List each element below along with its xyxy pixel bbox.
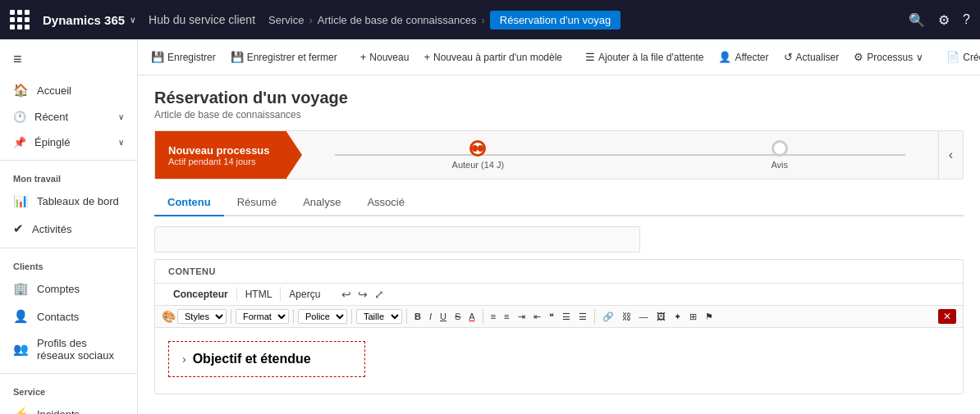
command-bar: 💾 Enregistrer 💾 Enregistrer et fermer + … (138, 39, 980, 75)
active-stage-name: Nouveau processus (168, 144, 273, 157)
police-select[interactable]: Police (298, 309, 347, 324)
italic-button[interactable]: I (426, 310, 435, 323)
save-close-label: Enregistrer et fermer (247, 52, 337, 63)
sidebar-item-incidents[interactable]: ⚡ Incidents (0, 400, 137, 414)
list-bullet-button[interactable]: ☰ (559, 310, 574, 324)
pin-icon: 📌 (13, 136, 26, 148)
epingle-chevron: ∨ (118, 138, 124, 147)
bold-button[interactable]: B (411, 310, 424, 323)
breadcrumb-active[interactable]: Réservation d'un voyag (490, 11, 621, 30)
sidebar-item-contacts[interactable]: 👤 Contacts (0, 303, 137, 330)
search-icon[interactable]: 🔍 (909, 12, 925, 28)
strikethrough-button[interactable]: S (451, 310, 464, 323)
insert-special-button[interactable]: ✦ (671, 310, 685, 324)
expand-button[interactable]: ⤢ (374, 288, 384, 301)
tab-analyse[interactable]: Analyse (290, 189, 354, 216)
editor-tab-html[interactable]: HTML (237, 287, 282, 302)
format-select[interactable]: Format (236, 309, 289, 324)
process-button[interactable]: ⚙ Processus ∨ (847, 48, 930, 66)
sidebar-item-profils[interactable]: 👥 Profils des réseaux sociaux (0, 330, 137, 368)
help-icon[interactable]: ? (963, 12, 970, 28)
breadcrumb-sep-1: › (309, 14, 312, 26)
sidebar-item-recent[interactable]: 🕐 Récent ∨ (0, 104, 137, 130)
taille-select[interactable]: Taille (356, 309, 402, 324)
sidebar-item-tableaux[interactable]: 📊 Tableaux de bord (0, 187, 137, 215)
content-block-text: Objectif et étendue (193, 352, 311, 366)
breadcrumb-service[interactable]: Service (268, 14, 304, 26)
app-name: Hub du service client (149, 13, 255, 26)
tab-associe[interactable]: Associé (354, 189, 418, 216)
sidebar-item-accueil[interactable]: 🏠 Accueil (0, 76, 137, 104)
waffle-menu[interactable] (10, 10, 30, 30)
process-active-stage[interactable]: Nouveau processus Actif pendant 14 jours (155, 131, 286, 179)
insert-table-button[interactable]: — (636, 310, 652, 323)
save-button[interactable]: 💾 Enregistrer (144, 48, 222, 66)
brand-logo[interactable]: Dynamics 365 ∨ (43, 13, 135, 27)
process-timeline: Auteur (14 J) Avis (302, 140, 938, 170)
font-color-button[interactable]: A (465, 310, 478, 323)
new-button[interactable]: + Nouveau (354, 48, 416, 66)
form-area: Réservation d'un voyage Article de base … (138, 75, 980, 414)
redo-button[interactable]: ↪ (358, 288, 368, 301)
add-queue-button[interactable]: ☰ Ajouter à la file d'attente (579, 48, 710, 66)
sidebar-label-comptes: Comptes (37, 283, 80, 295)
save-icon: 💾 (151, 51, 164, 63)
et-sep-4 (406, 309, 407, 324)
outdent-button[interactable]: ⇤ (530, 310, 544, 324)
indent-button[interactable]: ⇥ (515, 310, 529, 324)
styles-select[interactable]: Styles (177, 309, 227, 324)
et-sep-6 (594, 309, 595, 324)
editor-tabs: Concepteur HTML Aperçu (165, 287, 328, 302)
auteur-circle (469, 140, 486, 157)
sidebar-item-activites[interactable]: ✔ Activités (0, 215, 137, 243)
main-layout: ≡ 🏠 Accueil 🕐 Récent ∨ 📌 Épinglé ∨ Mon t… (0, 39, 980, 414)
link-button[interactable]: 🔗 (599, 310, 617, 324)
tab-resume[interactable]: Résumé (224, 189, 290, 216)
editor-content[interactable]: › Objectif et étendue (155, 328, 963, 394)
sidebar-item-comptes[interactable]: 🏢 Comptes (0, 275, 137, 303)
settings-icon[interactable]: ⚙ (938, 12, 950, 28)
sidebar-section-clients: Clients (0, 253, 137, 275)
underline-button[interactable]: U (437, 310, 450, 323)
new-template-button[interactable]: + Nouveau à partir d'un modèle (417, 48, 569, 66)
align-left-button[interactable]: ≡ (488, 310, 499, 323)
refresh-icon: ↺ (784, 51, 793, 63)
sidebar-hamburger[interactable]: ≡ (0, 46, 137, 76)
code-button[interactable]: ⊞ (686, 310, 700, 324)
et-sep-3 (351, 309, 352, 324)
breadcrumb: Service › Article de base de connaissanc… (268, 11, 621, 30)
unlink-button[interactable]: ⛓ (619, 310, 634, 323)
process-collapse-button[interactable]: ‹ (938, 131, 963, 179)
breadcrumb-kb[interactable]: Article de base de connaissances (318, 14, 477, 26)
tab-contenu[interactable]: Contenu (154, 189, 224, 216)
align-center-button[interactable]: ≡ (501, 310, 512, 323)
brand-name: Dynamics 365 (43, 13, 125, 27)
process-node-auteur[interactable]: Auteur (14 J) (452, 140, 505, 170)
sidebar-item-epingle[interactable]: 📌 Épinglé ∨ (0, 130, 137, 155)
sidebar-label-contacts: Contacts (37, 311, 79, 323)
content-block: › Objectif et étendue (168, 341, 365, 377)
save-close-button[interactable]: 💾 Enregistrer et fermer (224, 48, 344, 66)
editor-close-button[interactable]: ✕ (938, 309, 956, 324)
insert-image-button[interactable]: 🖼 (653, 310, 669, 323)
create-major-button[interactable]: 📄 Créer une version majeure (940, 48, 980, 66)
et-sep-2 (293, 309, 294, 324)
list-number-button[interactable]: ☰ (575, 310, 590, 324)
sidebar-section-service: Service (0, 379, 137, 400)
title-input-field[interactable] (154, 226, 640, 252)
process-node-avis[interactable]: Avis (771, 140, 788, 170)
breadcrumb-sep-2: › (481, 14, 484, 26)
quote-button[interactable]: ❝ (546, 310, 557, 324)
assign-button[interactable]: 👤 Affecter (712, 48, 775, 66)
sidebar-label-accueil: Accueil (37, 84, 71, 97)
editor-tab-apercu[interactable]: Aperçu (281, 287, 328, 302)
refresh-button[interactable]: ↺ Actualiser (777, 48, 846, 66)
et-sep-1 (231, 309, 231, 324)
editor-tab-concepteur[interactable]: Concepteur (165, 287, 237, 302)
undo-button[interactable]: ↩ (341, 288, 351, 301)
queue-icon: ☰ (585, 51, 595, 63)
flag-button[interactable]: ⚑ (702, 310, 717, 324)
create-major-icon: 📄 (946, 51, 959, 63)
auteur-label: Auteur (14 J) (452, 160, 505, 170)
process-chevron-arrow (286, 130, 302, 180)
